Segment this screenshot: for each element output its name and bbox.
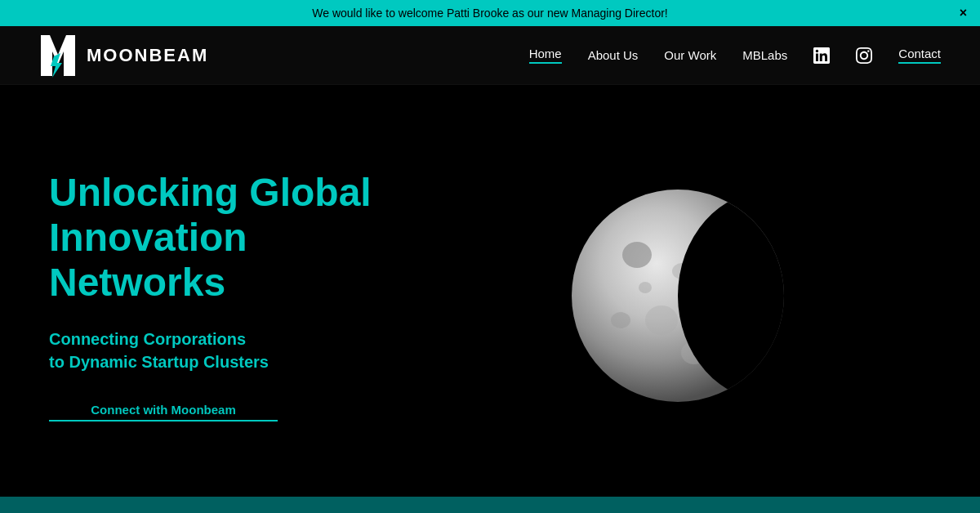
main-nav: Home About Us Our Work MBLabs Contact (529, 47, 941, 64)
linkedin-icon (813, 47, 830, 64)
moon-image (555, 173, 800, 418)
hero-cta-button[interactable]: Connect with Moonbeam (49, 403, 278, 422)
linkedin-link[interactable] (813, 47, 830, 64)
nav-item-work[interactable]: Our Work (664, 48, 716, 62)
nav-item-mblabs[interactable]: MBLabs (742, 48, 787, 62)
hero-content: Unlocking Global Innovation Networks Con… (0, 170, 392, 422)
footer-bar (0, 497, 980, 513)
instagram-icon (856, 47, 872, 64)
announcement-text: We would like to welcome Patti Brooke as… (312, 7, 668, 20)
logo-link[interactable]: MOONBEAM (39, 33, 208, 78)
hero-subtitle: Connecting Corporationsto Dynamic Startu… (49, 328, 392, 373)
announcement-bar: We would like to welcome Patti Brooke as… (0, 0, 980, 26)
announcement-close-button[interactable]: × (960, 6, 967, 20)
instagram-link[interactable] (856, 47, 872, 64)
moon-svg (555, 173, 800, 418)
header: MOONBEAM Home About Us Our Work MBLabs C… (0, 26, 980, 85)
nav-item-home[interactable]: Home (529, 47, 562, 64)
logo-icon (39, 33, 77, 78)
hero-section: Unlocking Global Innovation Networks Con… (0, 85, 980, 506)
nav-contact-button[interactable]: Contact (898, 47, 941, 64)
nav-item-about[interactable]: About Us (588, 48, 639, 62)
logo-text: MOONBEAM (87, 45, 208, 66)
hero-title: Unlocking Global Innovation Networks (49, 170, 392, 306)
